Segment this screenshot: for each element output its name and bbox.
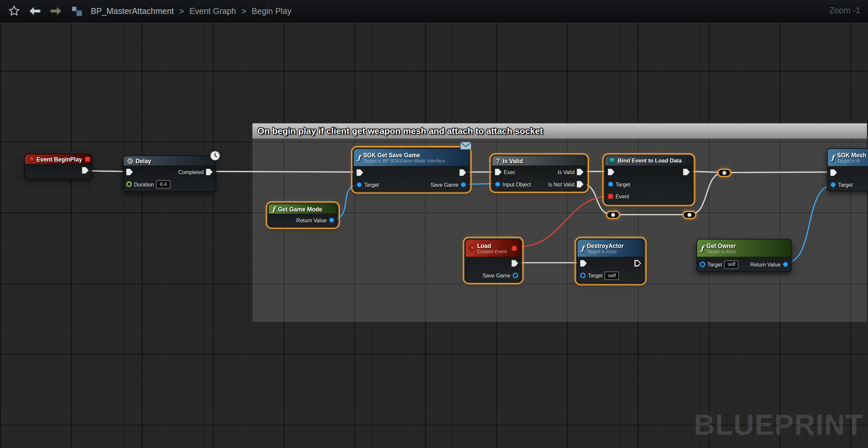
node-header[interactable]: ƒ Get Game Mode: [269, 204, 337, 214]
interface-message-icon: [460, 141, 472, 152]
reroute-node[interactable]: [606, 211, 620, 219]
breadcrumb-begin-play[interactable]: Begin Play: [252, 6, 291, 15]
node-delay[interactable]: Delay Completed Duration0.4: [123, 156, 216, 192]
node-header[interactable]: Bind Event to Load Data: [605, 156, 692, 166]
comment-header[interactable]: On begin play if client get weapon mesh …: [252, 123, 867, 139]
node-header[interactable]: ƒ Get Owner Target is Actor: [697, 239, 791, 257]
node-subtitle: Custom Event: [477, 249, 507, 254]
save-game-pin[interactable]: [460, 182, 466, 188]
function-icon: ƒ: [701, 244, 704, 252]
node-subtitle: Target is B: [837, 158, 866, 163]
pin-label-target: Target: [588, 273, 602, 279]
node-sgk-mesh[interactable]: ƒ SGK Mesh Target is B Target: [827, 148, 868, 191]
node-title: Load: [477, 242, 507, 249]
node-title: Event BeginPlay: [37, 156, 82, 162]
event-graph-canvas[interactable]: On begin play if client get weapon mesh …: [0, 0, 868, 448]
exec-out-pin[interactable]: [634, 260, 641, 266]
question-icon: ?: [496, 157, 500, 164]
exec-out-completed-pin[interactable]: [206, 169, 212, 175]
exec-in-pin[interactable]: [495, 169, 502, 175]
node-destroy-actor[interactable]: ƒ DestroyActor Target is Actor Targetsel…: [577, 239, 644, 283]
target-pin[interactable]: [608, 182, 613, 187]
node-title: SGK Get Save Game: [363, 151, 445, 158]
node-get-owner[interactable]: ƒ Get Owner Target is Actor Targetself R…: [696, 239, 792, 272]
node-header[interactable]: Load Custom Event: [465, 239, 521, 257]
pin-label-is-not-valid: Is Not Valid: [548, 181, 575, 187]
node-title: SGK Mesh: [837, 151, 866, 158]
input-object-pin[interactable]: [495, 182, 501, 187]
node-title: Bind Event to Load Data: [618, 157, 682, 164]
node-load-custom-event[interactable]: Load Custom Event Save Game: [465, 239, 522, 282]
exec-out-pin[interactable]: [683, 169, 690, 175]
duration-pin[interactable]: [126, 182, 132, 187]
function-icon: ƒ: [581, 244, 584, 252]
exec-out-pin[interactable]: [459, 169, 466, 176]
forward-button[interactable]: [49, 4, 63, 18]
delegate-pin[interactable]: [512, 245, 517, 251]
exec-out-is-valid-pin[interactable]: [577, 169, 583, 175]
breadcrumb-event-graph[interactable]: Event Graph: [189, 6, 236, 15]
pin-label-return-value: Return Value: [750, 261, 781, 267]
node-header[interactable]: ƒ SGK Mesh Target is B: [828, 149, 868, 166]
node-subtitle: Target is Actor: [707, 249, 736, 254]
target-value-field[interactable]: self: [605, 271, 619, 280]
breadcrumb-toolbar: BP_MasterAttachment > Event Graph > Begi…: [0, 0, 868, 22]
node-title: Get Game Mode: [278, 205, 322, 212]
pin-label-return-value: Return Value: [296, 217, 327, 223]
breadcrumb-separator: >: [242, 6, 246, 15]
reroute-node[interactable]: [717, 169, 732, 177]
exec-out-pin[interactable]: [82, 167, 88, 174]
node-get-game-mode[interactable]: ƒ Get Game Mode Return Value: [268, 203, 338, 227]
node-subtitle: Target is Actor: [587, 249, 624, 254]
pin-label-save-game: Save Game: [431, 182, 459, 188]
target-pin[interactable]: [580, 273, 586, 278]
exec-in-pin[interactable]: [126, 169, 133, 175]
function-icon: ƒ: [831, 154, 834, 161]
node-header[interactable]: ? Is Valid: [492, 156, 586, 166]
back-button[interactable]: [28, 4, 42, 18]
target-pin[interactable]: [700, 261, 706, 267]
node-header[interactable]: ƒ SGK Get Save Game Target is BP SGKGame…: [354, 149, 469, 166]
target-value-field[interactable]: self: [724, 260, 739, 268]
blueprint-editor: On begin play if client get weapon mesh …: [0, 0, 868, 448]
node-is-valid[interactable]: ? Is Valid Exec Is Valid Input Object Is…: [492, 156, 587, 191]
duration-value-field[interactable]: 0.4: [156, 180, 170, 188]
node-event-begin-play[interactable]: Event BeginPlay: [24, 154, 92, 180]
exec-in-pin[interactable]: [831, 169, 837, 176]
target-pin[interactable]: [831, 182, 836, 188]
breadcrumb-blueprint[interactable]: BP_MasterAttachment: [91, 6, 174, 15]
node-header[interactable]: ƒ DestroyActor Target is Actor: [578, 239, 644, 257]
pin-label-event: Event: [616, 193, 629, 199]
target-pin[interactable]: [356, 182, 362, 188]
favorite-star-icon[interactable]: [7, 4, 21, 18]
event-icon: [28, 156, 35, 162]
breadcrumb: BP_MasterAttachment > Event Graph > Begi…: [91, 6, 291, 15]
exec-in-pin[interactable]: [356, 169, 363, 176]
node-sgk-get-save-game[interactable]: ƒ SGK Get Save Game Target is BP SGKGame…: [353, 148, 469, 191]
save-game-pin[interactable]: [513, 273, 518, 278]
return-value-pin[interactable]: [329, 217, 335, 223]
delegate-pin[interactable]: [85, 156, 90, 162]
event-icon: [468, 245, 475, 252]
comment-title: On begin play if client get weapon mesh …: [257, 126, 543, 136]
function-icon: ƒ: [358, 154, 361, 161]
node-title: DestroyActor: [587, 242, 624, 249]
exec-in-pin[interactable]: [580, 260, 587, 266]
pin-label-target: Target: [364, 182, 379, 188]
blueprint-watermark: BLUEPRINT: [694, 408, 863, 441]
node-header[interactable]: Event BeginPlay: [25, 154, 91, 164]
node-header[interactable]: Delay: [123, 156, 215, 166]
return-value-pin[interactable]: [783, 261, 788, 267]
exec-in-pin[interactable]: [608, 169, 614, 175]
reroute-node[interactable]: [682, 211, 696, 219]
pin-label-target: Target: [707, 261, 722, 267]
comment-box[interactable]: On begin play if client get weapon mesh …: [252, 123, 868, 322]
pin-label-input-object: Input Object: [503, 181, 531, 187]
pin-label-target: Target: [616, 181, 630, 187]
function-icon: ƒ: [272, 205, 275, 213]
event-delegate-pin[interactable]: [608, 193, 613, 199]
breadcrumb-separator: >: [180, 6, 184, 15]
exec-out-pin[interactable]: [512, 260, 518, 266]
node-bind-event-to-load-data[interactable]: Bind Event to Load Data Target Event: [604, 156, 693, 204]
exec-out-is-not-valid-pin[interactable]: [577, 181, 583, 187]
